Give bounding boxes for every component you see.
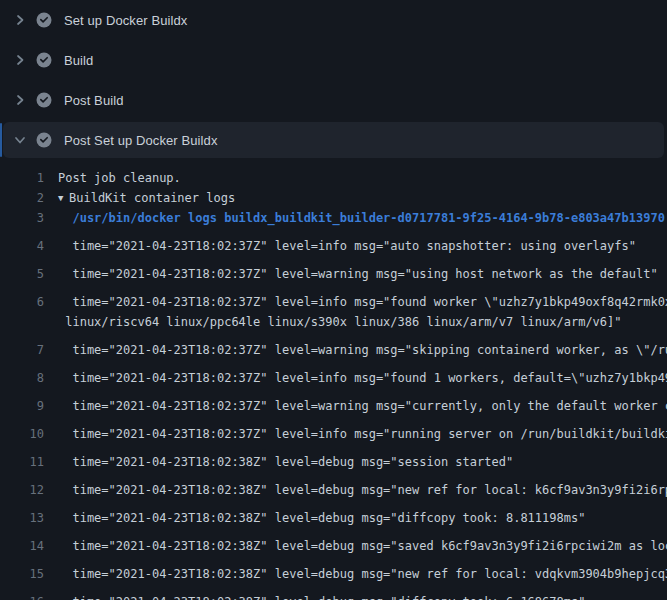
line-number[interactable]: 9 <box>0 396 44 416</box>
log-line: linux/riscv64 linux/ppc64le linux/s390x … <box>0 312 667 332</box>
log-line-text: time="2021-04-23T18:02:38Z" level=debug … <box>44 508 585 528</box>
line-number[interactable]: 15 <box>0 564 44 584</box>
line-number[interactable]: 8 <box>0 368 44 388</box>
log-viewer: 1 Post job cleanup. 2 ▼BuildKit containe… <box>0 160 667 600</box>
line-number[interactable] <box>0 312 44 332</box>
log-line-text: /usr/bin/docker logs buildx_buildkit_bui… <box>44 208 665 228</box>
log-line: 6 time="2021-04-23T18:02:37Z" level=info… <box>0 284 667 312</box>
group-collapse-caret-icon[interactable]: ▼ <box>58 188 69 208</box>
log-line: 4 time="2021-04-23T18:02:37Z" level=info… <box>0 228 667 256</box>
step-header[interactable]: Build <box>0 40 667 80</box>
log-line-text: time="2021-04-23T18:02:37Z" level=info m… <box>44 292 667 312</box>
chevron-down-icon[interactable] <box>12 132 28 148</box>
log-line: 1 Post job cleanup. <box>0 168 667 188</box>
log-line-text: time="2021-04-23T18:02:37Z" level=warnin… <box>44 396 667 416</box>
check-circle-icon <box>36 132 52 148</box>
log-line: 9 time="2021-04-23T18:02:37Z" level=warn… <box>0 388 667 416</box>
log-line: 13 time="2021-04-23T18:02:38Z" level=deb… <box>0 500 667 528</box>
log-line-text: linux/riscv64 linux/ppc64le linux/s390x … <box>44 312 622 332</box>
line-number[interactable]: 16 <box>0 592 44 600</box>
log-line-text: time="2021-04-23T18:02:37Z" level=info m… <box>44 368 667 388</box>
check-circle-icon <box>36 52 52 68</box>
check-circle-icon <box>36 12 52 28</box>
line-number[interactable]: 11 <box>0 452 44 472</box>
line-number[interactable]: 10 <box>0 424 44 444</box>
step-label: Post Set up Docker Buildx <box>64 133 218 148</box>
step-label: Post Build <box>64 93 124 108</box>
line-number[interactable]: 5 <box>0 264 44 284</box>
log-line: 10 time="2021-04-23T18:02:37Z" level=inf… <box>0 416 667 444</box>
line-number[interactable]: 2 <box>0 188 44 208</box>
line-number[interactable]: 1 <box>0 168 44 188</box>
check-circle-icon <box>36 92 52 108</box>
step-label: Build <box>64 53 93 68</box>
step-header[interactable]: Set up Docker Buildx <box>0 0 667 40</box>
log-line: 7 time="2021-04-23T18:02:37Z" level=warn… <box>0 332 667 360</box>
chevron-right-icon[interactable] <box>12 52 28 68</box>
chevron-right-icon[interactable] <box>12 92 28 108</box>
step-list: Set up Docker Buildx Build Post Build Po… <box>0 0 667 158</box>
log-line-text: time="2021-04-23T18:02:37Z" level=warnin… <box>44 264 658 284</box>
log-line: 2 ▼BuildKit container logs <box>0 188 667 208</box>
focus-indicator <box>0 123 2 157</box>
step-header[interactable]: Post Set up Docker Buildx <box>3 122 664 158</box>
log-line: 5 time="2021-04-23T18:02:37Z" level=warn… <box>0 256 667 284</box>
log-line-text: time="2021-04-23T18:02:38Z" level=debug … <box>44 452 513 472</box>
line-number[interactable]: 14 <box>0 536 44 556</box>
log-line: 3 /usr/bin/docker logs buildx_buildkit_b… <box>0 208 667 228</box>
log-line-text: time="2021-04-23T18:02:37Z" level=warnin… <box>44 340 667 360</box>
log-line-text: time="2021-04-23T18:02:37Z" level=info m… <box>44 236 636 256</box>
log-line: 14 time="2021-04-23T18:02:38Z" level=deb… <box>0 528 667 556</box>
step-header[interactable]: Post Build <box>0 80 667 120</box>
log-line: 15 time="2021-04-23T18:02:38Z" level=deb… <box>0 556 667 584</box>
log-line: 8 time="2021-04-23T18:02:37Z" level=info… <box>0 360 667 388</box>
line-number[interactable]: 12 <box>0 480 44 500</box>
step-label: Set up Docker Buildx <box>64 13 187 28</box>
line-number[interactable]: 13 <box>0 508 44 528</box>
log-line: 11 time="2021-04-23T18:02:38Z" level=deb… <box>0 444 667 472</box>
log-line: 16 time="2021-04-23T18:02:38Z" level=deb… <box>0 584 667 600</box>
log-line: 12 time="2021-04-23T18:02:38Z" level=deb… <box>0 472 667 500</box>
chevron-right-icon[interactable] <box>12 12 28 28</box>
group-title[interactable]: BuildKit container logs <box>69 191 235 205</box>
log-line-text: time="2021-04-23T18:02:38Z" level=debug … <box>44 592 585 600</box>
log-line-text: time="2021-04-23T18:02:38Z" level=debug … <box>44 564 667 584</box>
log-line-text: time="2021-04-23T18:02:38Z" level=debug … <box>44 536 667 556</box>
line-number[interactable]: 3 <box>0 208 44 228</box>
line-number[interactable]: 7 <box>0 340 44 360</box>
log-line-text: time="2021-04-23T18:02:38Z" level=debug … <box>44 480 667 500</box>
log-line-text: ▼BuildKit container logs <box>44 188 235 208</box>
log-line-text: time="2021-04-23T18:02:37Z" level=info m… <box>44 424 667 444</box>
log-line-text: Post job cleanup. <box>44 168 181 188</box>
line-number[interactable]: 4 <box>0 236 44 256</box>
line-number[interactable]: 6 <box>0 292 44 312</box>
